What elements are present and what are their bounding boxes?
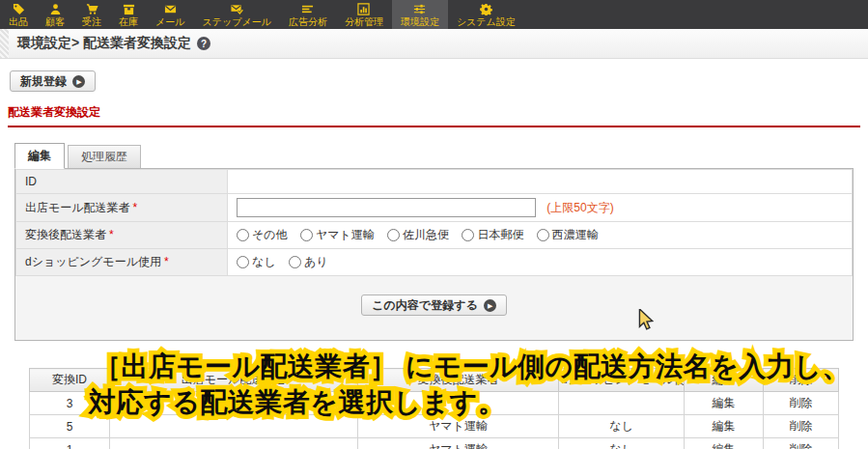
required-mark: *	[164, 255, 169, 268]
edit-link[interactable]: 編集	[685, 392, 764, 415]
nav-item-inventory[interactable]: 在庫	[110, 0, 147, 29]
mail-icon	[164, 3, 177, 15]
radio-carrier-yamato[interactable]: ヤマト運輸	[300, 227, 375, 243]
nav-item-label: 分析管理	[345, 17, 383, 27]
converted-carrier-options: その他 ヤマト運輸 佐川急便 日本郵便 西濃運輸	[228, 222, 853, 249]
nav-item-system-settings[interactable]: システム設定	[448, 0, 524, 29]
tab-edit[interactable]: 編集	[14, 143, 65, 169]
nav-item-label: 在庫	[119, 17, 138, 27]
box-icon	[123, 3, 135, 15]
nav-item-label: 受注	[82, 17, 101, 27]
required-mark: *	[109, 228, 114, 241]
nav-item-orders[interactable]: 受注	[73, 0, 110, 29]
nav-item-label: 出品	[9, 17, 28, 27]
cell-converted-carrier: ヤマト運輸	[358, 438, 559, 449]
radio-label: あり	[304, 254, 328, 270]
nav-item-mail[interactable]: メール	[147, 0, 193, 29]
nav-item-label: ステップメール	[202, 17, 270, 27]
edit-link[interactable]: 編集	[685, 415, 764, 438]
radio-label: ヤマト運輸	[316, 227, 375, 243]
nav-item-label: 広告分析	[289, 17, 327, 27]
user-icon	[49, 3, 62, 15]
delete-link[interactable]: 削除	[764, 438, 839, 449]
breadcrumb-decoration	[0, 29, 9, 58]
form-footer: この内容で登録する ▶	[15, 276, 853, 340]
arrow-right-icon: ▶	[484, 299, 496, 312]
nav-item-label: 環境設定	[401, 17, 439, 27]
mall-carrier-label: 出店モール配送業者	[25, 201, 130, 214]
caption-text: 対応する配送業者を選択します。	[89, 387, 505, 417]
breadcrumb-bar: 環境設定> 配送業者変換設定 ?	[0, 29, 868, 59]
nav-item-ad-analysis[interactable]: 広告分析	[280, 0, 336, 29]
radio-carrier-other[interactable]: その他	[237, 227, 288, 243]
caption-line-2: 対応する配送業者を選択します。 対応する配送業者を選択します。	[89, 384, 505, 421]
form-row-converted-carrier: 変換後配送業者* その他 ヤマト運輸 佐川急便 日本郵便 西濃運輸	[16, 222, 853, 249]
dmall-label-cell: dショッピングモール使用*	[16, 249, 228, 276]
nav-item-stepmail[interactable]: ステップメール	[193, 0, 279, 29]
tab-history[interactable]: 処理履歴	[68, 145, 141, 168]
char-limit-note: (上限50文字)	[546, 201, 613, 214]
cell-conversion-id: 1	[30, 438, 110, 449]
breadcrumb: 環境設定> 配送業者変換設定	[17, 35, 191, 52]
nav-item-analytics[interactable]: 分析管理	[336, 0, 392, 29]
delete-link[interactable]: 削除	[764, 415, 839, 438]
form-row-mall-carrier: 出店モール配送業者* (上限50文字)	[16, 194, 853, 222]
form-row-dmall: dショッピングモール使用* なし あり	[16, 249, 853, 276]
cell-dmall: なし	[559, 438, 685, 449]
submit-button-label: この内容で登録する	[372, 297, 477, 314]
tag-icon	[13, 3, 25, 15]
nav-item-listing[interactable]: 出品	[0, 0, 37, 29]
radio-dmall-yes[interactable]: あり	[289, 254, 328, 270]
stepmail-icon	[231, 3, 243, 15]
radio-carrier-seino[interactable]: 西濃運輸	[537, 227, 599, 243]
nav-item-label: 顧客	[45, 17, 65, 27]
radio-label: その他	[252, 227, 288, 243]
table-row: 1 ヤマト運輸 なし 編集 削除	[30, 438, 839, 449]
mall-carrier-label-cell: 出店モール配送業者*	[16, 194, 228, 222]
tab-bar: 編集 処理履歴	[14, 143, 868, 168]
mall-carrier-input[interactable]	[237, 198, 536, 217]
new-entry-button[interactable]: 新規登録 ▶	[10, 70, 96, 92]
caption-line-1: ［出店モール配送業者］ にモール側の配送方法名を入力し、 ［出店モール配送業者］…	[94, 349, 850, 385]
nav-item-customers[interactable]: 顧客	[37, 0, 73, 29]
new-entry-button-label: 新規登録	[20, 73, 67, 90]
settings-form: ID 出店モール配送業者* (上限50文字) 変換後配送業者* その他 ヤマト運…	[15, 169, 853, 276]
gear-icon	[480, 3, 492, 15]
mall-carrier-value-cell: (上限50文字)	[228, 194, 853, 222]
dmall-options: なし あり	[228, 249, 853, 276]
radio-input[interactable]	[237, 229, 249, 241]
cart-icon	[86, 3, 98, 15]
radio-input[interactable]	[289, 256, 301, 268]
radio-input[interactable]	[537, 229, 549, 241]
nav-item-label: システム設定	[457, 17, 516, 27]
id-label: ID	[16, 170, 228, 194]
help-icon[interactable]: ?	[197, 37, 210, 50]
cell-mall-carrier	[110, 438, 358, 449]
converted-carrier-label: 変換後配送業者	[25, 228, 106, 241]
cell-dmall	[559, 392, 685, 415]
radio-input[interactable]	[237, 256, 249, 268]
submit-button[interactable]: この内容で登録する ▶	[361, 295, 506, 316]
radio-input[interactable]	[462, 229, 474, 241]
radio-input[interactable]	[300, 229, 313, 241]
radio-carrier-japanpost[interactable]: 日本郵便	[462, 227, 523, 243]
section-divider	[8, 126, 860, 127]
edit-link[interactable]: 編集	[685, 438, 764, 449]
toolbar: 新規登録 ▶	[0, 59, 868, 92]
nav-item-settings[interactable]: 環境設定	[392, 0, 448, 29]
form-row-id: ID	[16, 170, 853, 194]
ads-icon	[301, 3, 314, 15]
delete-link[interactable]: 削除	[764, 392, 839, 415]
radio-label: 日本郵便	[477, 227, 523, 243]
radio-carrier-sagawa[interactable]: 佐川急便	[387, 227, 449, 243]
required-mark: *	[133, 201, 138, 214]
cell-dmall: なし	[559, 415, 685, 438]
radio-label: 佐川急便	[403, 227, 449, 243]
radio-dmall-no[interactable]: なし	[237, 254, 276, 270]
dmall-label: dショッピングモール使用	[25, 255, 161, 268]
top-navigation: 出品 顧客 受注 在庫 メール ステップメール 広告分析 分析管理 環境設定 シ…	[0, 0, 868, 29]
sliders-icon	[413, 3, 426, 15]
converted-carrier-label-cell: 変換後配送業者*	[16, 222, 228, 249]
nav-item-label: メール	[155, 17, 184, 27]
radio-input[interactable]	[387, 229, 400, 241]
